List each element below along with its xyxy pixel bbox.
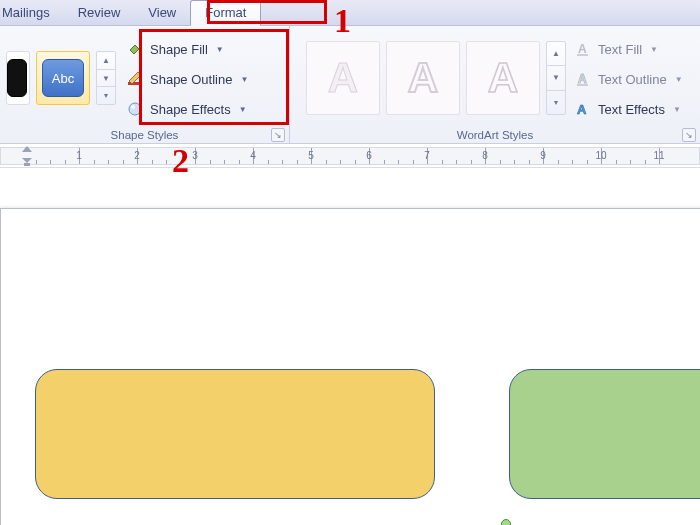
group-label-wordart: WordArt Styles [457, 129, 533, 141]
group-label-shape-styles: Shape Styles [111, 129, 179, 141]
hanging-indent-marker[interactable] [22, 158, 32, 166]
ruler-number: 8 [482, 150, 488, 161]
ruler-minor-tick [65, 160, 66, 164]
first-line-indent-marker[interactable] [22, 146, 32, 152]
ruler-minor-tick [529, 160, 530, 164]
text-outline-button[interactable]: A Text Outline ▼ [574, 66, 683, 92]
ruler-minor-tick [152, 160, 153, 164]
ruler-minor-tick [572, 160, 573, 164]
ruler-minor-tick [630, 160, 631, 164]
text-effects-icon: A [574, 100, 592, 118]
group-shape-styles: Abc ▲ ▼ ▾ Shape Fill ▼ [0, 26, 290, 143]
ruler-number: 9 [540, 150, 546, 161]
dropdown-icon: ▼ [675, 75, 683, 84]
rotation-handle-icon[interactable] [501, 519, 511, 525]
dialog-launcher-shape-styles[interactable]: ↘ [271, 128, 285, 142]
ruler-number: 7 [424, 150, 430, 161]
ruler-minor-tick [166, 160, 167, 164]
text-effects-button[interactable]: A Text Effects ▼ [574, 96, 683, 122]
ribbon: Abc ▲ ▼ ▾ Shape Fill ▼ [0, 26, 700, 144]
gallery-more-icon[interactable]: ▾ [547, 91, 565, 114]
gallery-row-down-icon[interactable]: ▼ [97, 70, 115, 88]
shape-fill-label: Shape Fill [150, 42, 208, 57]
svg-text:A: A [578, 72, 587, 86]
ruler-minor-tick [181, 160, 182, 164]
ruler-minor-tick [413, 160, 414, 164]
dropdown-icon: ▼ [216, 45, 224, 54]
ruler-minor-tick [326, 160, 327, 164]
dropdown-icon: ▼ [240, 75, 248, 84]
ruler-minor-tick [456, 160, 457, 164]
ruler-minor-tick [108, 160, 109, 164]
tab-mailings[interactable]: Mailings [2, 1, 64, 25]
tab-review[interactable]: Review [64, 1, 135, 25]
gallery-row-up-icon[interactable]: ▲ [97, 52, 115, 70]
swatch-label: Abc [42, 59, 84, 97]
svg-text:A: A [578, 42, 587, 56]
text-fill-button[interactable]: A Text Fill ▼ [574, 36, 683, 62]
svg-text:A: A [328, 54, 358, 101]
shape-menu: Shape Fill ▼ Shape Outline ▼ Shape Effec… [116, 30, 260, 126]
rounded-rectangle-shape-2[interactable] [509, 369, 700, 499]
wordart-swatch-3[interactable]: A [466, 41, 540, 115]
shape-style-swatch-1[interactable] [6, 51, 30, 105]
ruler-minor-tick [514, 160, 515, 164]
wordart-swatch-2[interactable]: A [386, 41, 460, 115]
horizontal-ruler[interactable]: 1234567891011 [0, 144, 700, 168]
group-footer-wordart: WordArt Styles ↘ [290, 126, 700, 143]
ruler-minor-tick [355, 160, 356, 164]
ruler-minor-tick [282, 160, 283, 164]
shape-outline-button[interactable]: Shape Outline ▼ [122, 66, 252, 92]
ruler-minor-tick [268, 160, 269, 164]
shape-style-gallery-more[interactable]: ▲ ▼ ▾ [96, 51, 116, 105]
ruler-minor-tick [50, 160, 51, 164]
ruler-minor-tick [340, 160, 341, 164]
shape-style-gallery[interactable]: Abc ▲ ▼ ▾ [6, 51, 116, 105]
ruler-minor-tick [94, 160, 95, 164]
svg-rect-7 [577, 54, 588, 56]
text-fill-label: Text Fill [598, 42, 642, 57]
ruler-number: 3 [192, 150, 198, 161]
tab-view[interactable]: View [134, 1, 190, 25]
gallery-row-down-icon[interactable]: ▼ [547, 66, 565, 90]
dialog-launcher-wordart[interactable]: ↘ [682, 128, 696, 142]
page-gap [0, 168, 700, 208]
text-outline-icon: A [574, 70, 592, 88]
gallery-row-up-icon[interactable]: ▲ [547, 42, 565, 66]
ruler-minor-tick [616, 160, 617, 164]
ruler-number: 4 [250, 150, 256, 161]
ruler-number: 1 [76, 150, 82, 161]
group-body-shape-styles: Abc ▲ ▼ ▾ Shape Fill ▼ [0, 26, 289, 126]
ruler-minor-tick [384, 160, 385, 164]
ruler-number: 2 [134, 150, 140, 161]
document-page[interactable] [0, 208, 700, 525]
paint-bucket-icon [126, 40, 144, 58]
tab-format[interactable]: Format [190, 0, 261, 26]
dropdown-icon: ▼ [650, 45, 658, 54]
ruler-minor-tick [239, 160, 240, 164]
ruler-minor-tick [645, 160, 646, 164]
document-area [0, 168, 700, 525]
group-wordart-styles: A A A ▲ ▼ ▾ A [290, 26, 700, 143]
ruler-minor-tick [123, 160, 124, 164]
group-body-wordart: A A A ▲ ▼ ▾ A [290, 26, 700, 126]
svg-text:A: A [488, 54, 518, 101]
wordart-gallery[interactable]: A A A ▲ ▼ ▾ [296, 41, 570, 115]
wordart-swatch-1[interactable]: A [306, 41, 380, 115]
shape-effects-label: Shape Effects [150, 102, 231, 117]
gallery-more-icon[interactable]: ▾ [97, 87, 115, 104]
shape-effects-button[interactable]: Shape Effects ▼ [122, 96, 252, 122]
ruler-minor-tick [500, 160, 501, 164]
ruler-minor-tick [398, 160, 399, 164]
dropdown-icon: ▼ [239, 105, 247, 114]
shape-fill-button[interactable]: Shape Fill ▼ [122, 36, 252, 62]
text-outline-label: Text Outline [598, 72, 667, 87]
ruler-minor-tick [587, 160, 588, 164]
rounded-rectangle-shape-1[interactable] [35, 369, 435, 499]
wordart-gallery-more[interactable]: ▲ ▼ ▾ [546, 41, 566, 115]
menu-bar: Mailings Review View Format [0, 0, 700, 26]
ruler-minor-tick [471, 160, 472, 164]
shape-style-swatch-2[interactable]: Abc [36, 51, 90, 105]
group-footer-shape-styles: Shape Styles ↘ [0, 126, 289, 143]
ruler-minor-tick [297, 160, 298, 164]
